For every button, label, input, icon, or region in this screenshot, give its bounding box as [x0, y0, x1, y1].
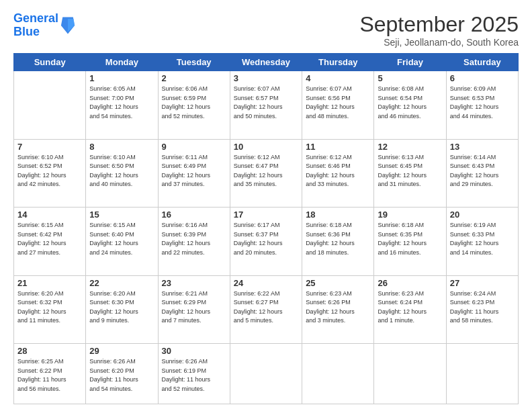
day-info: Sunrise: 6:05 AM Sunset: 7:00 PM Dayligh… — [89, 85, 154, 121]
calendar-cell: 8Sunrise: 6:10 AM Sunset: 6:50 PM Daylig… — [86, 139, 158, 208]
calendar-cell: 24Sunrise: 6:22 AM Sunset: 6:27 PM Dayli… — [230, 275, 302, 344]
calendar-cell — [302, 344, 374, 404]
day-header-monday: Monday — [86, 54, 158, 71]
day-info: Sunrise: 6:24 AM Sunset: 6:23 PM Dayligh… — [450, 289, 515, 326]
day-info: Sunrise: 6:10 AM Sunset: 6:50 PM Dayligh… — [89, 153, 154, 189]
calendar-cell: 20Sunrise: 6:19 AM Sunset: 6:33 PM Dayli… — [446, 208, 518, 276]
day-info: Sunrise: 6:20 AM Sunset: 6:32 PM Dayligh… — [17, 289, 82, 326]
day-number: 14 — [17, 210, 82, 220]
day-info: Sunrise: 6:15 AM Sunset: 6:40 PM Dayligh… — [89, 221, 154, 257]
calendar-cell: 26Sunrise: 6:23 AM Sunset: 6:24 PM Dayli… — [374, 275, 446, 344]
day-info: Sunrise: 6:06 AM Sunset: 6:59 PM Dayligh… — [162, 85, 226, 121]
day-number: 27 — [450, 278, 515, 288]
day-info: Sunrise: 6:21 AM Sunset: 6:29 PM Dayligh… — [162, 289, 226, 326]
day-info: Sunrise: 6:15 AM Sunset: 6:42 PM Dayligh… — [17, 221, 82, 257]
day-header-sunday: Sunday — [14, 54, 86, 71]
calendar-cell: 16Sunrise: 6:16 AM Sunset: 6:39 PM Dayli… — [158, 208, 230, 276]
day-number: 15 — [89, 210, 154, 220]
svg-marker-1 — [68, 19, 75, 32]
day-number: 16 — [162, 210, 226, 220]
day-info: Sunrise: 6:14 AM Sunset: 6:43 PM Dayligh… — [450, 153, 515, 189]
day-number: 6 — [450, 73, 515, 83]
day-number: 29 — [89, 346, 154, 356]
calendar-cell: 2Sunrise: 6:06 AM Sunset: 6:59 PM Daylig… — [158, 71, 230, 140]
day-number: 18 — [306, 210, 370, 220]
calendar-cell — [446, 344, 518, 404]
week-row-4: 21Sunrise: 6:20 AM Sunset: 6:32 PM Dayli… — [14, 275, 519, 344]
title-block: September 2025 Seji, Jeollanam-do, South… — [359, 12, 519, 48]
calendar-cell: 4Sunrise: 6:07 AM Sunset: 6:56 PM Daylig… — [302, 71, 374, 140]
calendar-cell — [230, 344, 302, 404]
logo: General Blue — [13, 12, 76, 39]
calendar-cell: 5Sunrise: 6:08 AM Sunset: 6:54 PM Daylig… — [374, 71, 446, 140]
day-number: 23 — [162, 278, 226, 288]
calendar-cell: 21Sunrise: 6:20 AM Sunset: 6:32 PM Dayli… — [14, 275, 86, 344]
day-info: Sunrise: 6:12 AM Sunset: 6:46 PM Dayligh… — [306, 153, 370, 189]
day-number: 1 — [89, 73, 154, 83]
day-info: Sunrise: 6:07 AM Sunset: 6:56 PM Dayligh… — [306, 85, 370, 121]
week-row-3: 14Sunrise: 6:15 AM Sunset: 6:42 PM Dayli… — [14, 208, 519, 276]
day-number: 2 — [162, 73, 226, 83]
calendar-cell: 18Sunrise: 6:18 AM Sunset: 6:36 PM Dayli… — [302, 208, 374, 276]
day-header-wednesday: Wednesday — [230, 54, 302, 71]
day-number: 19 — [378, 210, 442, 220]
day-number: 28 — [17, 346, 82, 356]
day-info: Sunrise: 6:17 AM Sunset: 6:37 PM Dayligh… — [234, 221, 298, 257]
day-number: 13 — [450, 142, 515, 152]
calendar-cell — [374, 344, 446, 404]
day-info: Sunrise: 6:23 AM Sunset: 6:26 PM Dayligh… — [306, 289, 370, 326]
calendar-cell: 15Sunrise: 6:15 AM Sunset: 6:40 PM Dayli… — [86, 208, 158, 276]
day-info: Sunrise: 6:16 AM Sunset: 6:39 PM Dayligh… — [162, 221, 226, 257]
day-info: Sunrise: 6:22 AM Sunset: 6:27 PM Dayligh… — [234, 289, 298, 326]
day-number: 17 — [234, 210, 298, 220]
day-number: 24 — [234, 278, 298, 288]
day-number: 21 — [17, 278, 82, 288]
day-info: Sunrise: 6:09 AM Sunset: 6:53 PM Dayligh… — [450, 85, 515, 121]
day-number: 9 — [162, 142, 226, 152]
calendar: SundayMondayTuesdayWednesdayThursdayFrid… — [13, 53, 519, 404]
calendar-cell: 13Sunrise: 6:14 AM Sunset: 6:43 PM Dayli… — [446, 139, 518, 208]
logo-general: General — [13, 11, 58, 25]
day-info: Sunrise: 6:11 AM Sunset: 6:49 PM Dayligh… — [162, 153, 226, 189]
day-number: 26 — [378, 278, 442, 288]
day-info: Sunrise: 6:18 AM Sunset: 6:35 PM Dayligh… — [378, 221, 442, 257]
calendar-cell: 9Sunrise: 6:11 AM Sunset: 6:49 PM Daylig… — [158, 139, 230, 208]
week-row-1: 1Sunrise: 6:05 AM Sunset: 7:00 PM Daylig… — [14, 71, 519, 140]
calendar-cell: 7Sunrise: 6:10 AM Sunset: 6:52 PM Daylig… — [14, 139, 86, 208]
day-header-tuesday: Tuesday — [158, 54, 230, 71]
day-info: Sunrise: 6:26 AM Sunset: 6:19 PM Dayligh… — [162, 357, 226, 394]
day-number: 4 — [306, 73, 370, 83]
day-number: 20 — [450, 210, 515, 220]
day-number: 22 — [89, 278, 154, 288]
calendar-cell: 23Sunrise: 6:21 AM Sunset: 6:29 PM Dayli… — [158, 275, 230, 344]
week-row-2: 7Sunrise: 6:10 AM Sunset: 6:52 PM Daylig… — [14, 139, 519, 208]
day-header-friday: Friday — [374, 54, 446, 71]
week-row-5: 28Sunrise: 6:25 AM Sunset: 6:22 PM Dayli… — [14, 344, 519, 404]
calendar-cell: 19Sunrise: 6:18 AM Sunset: 6:35 PM Dayli… — [374, 208, 446, 276]
day-number: 30 — [162, 346, 226, 356]
day-info: Sunrise: 6:08 AM Sunset: 6:54 PM Dayligh… — [378, 85, 442, 121]
calendar-cell: 28Sunrise: 6:25 AM Sunset: 6:22 PM Dayli… — [14, 344, 86, 404]
day-number: 12 — [378, 142, 442, 152]
day-info: Sunrise: 6:23 AM Sunset: 6:24 PM Dayligh… — [378, 289, 442, 326]
day-info: Sunrise: 6:26 AM Sunset: 6:20 PM Dayligh… — [89, 357, 154, 394]
calendar-cell: 14Sunrise: 6:15 AM Sunset: 6:42 PM Dayli… — [14, 208, 86, 276]
logo-icon — [60, 16, 76, 35]
days-header-row: SundayMondayTuesdayWednesdayThursdayFrid… — [14, 54, 519, 71]
calendar-cell: 27Sunrise: 6:24 AM Sunset: 6:23 PM Dayli… — [446, 275, 518, 344]
day-number: 11 — [306, 142, 370, 152]
day-info: Sunrise: 6:18 AM Sunset: 6:36 PM Dayligh… — [306, 221, 370, 257]
calendar-cell: 11Sunrise: 6:12 AM Sunset: 6:46 PM Dayli… — [302, 139, 374, 208]
day-info: Sunrise: 6:12 AM Sunset: 6:47 PM Dayligh… — [234, 153, 298, 189]
day-info: Sunrise: 6:19 AM Sunset: 6:33 PM Dayligh… — [450, 221, 515, 257]
day-number: 5 — [378, 73, 442, 83]
day-info: Sunrise: 6:25 AM Sunset: 6:22 PM Dayligh… — [17, 357, 82, 394]
calendar-cell: 1Sunrise: 6:05 AM Sunset: 7:00 PM Daylig… — [86, 71, 158, 140]
day-number: 3 — [234, 73, 298, 83]
calendar-cell: 6Sunrise: 6:09 AM Sunset: 6:53 PM Daylig… — [446, 71, 518, 140]
subtitle: Seji, Jeollanam-do, South Korea — [359, 37, 519, 48]
header: General Blue September 2025 Seji, Jeolla… — [13, 12, 519, 48]
calendar-cell: 22Sunrise: 6:20 AM Sunset: 6:30 PM Dayli… — [86, 275, 158, 344]
day-info: Sunrise: 6:13 AM Sunset: 6:45 PM Dayligh… — [378, 153, 442, 189]
day-info: Sunrise: 6:20 AM Sunset: 6:30 PM Dayligh… — [89, 289, 154, 326]
